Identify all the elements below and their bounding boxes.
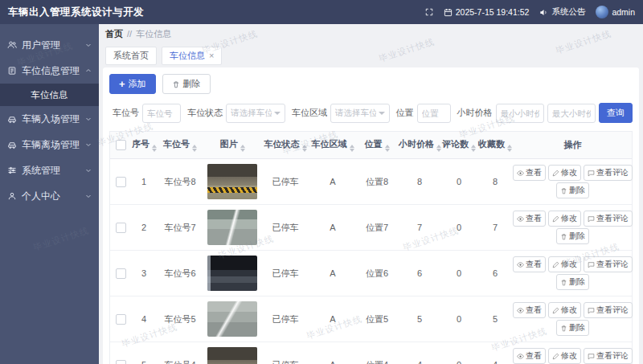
cell-price: 6	[398, 251, 441, 297]
delete-button[interactable]: 删除	[556, 228, 589, 244]
sort-icon[interactable]	[350, 145, 354, 152]
row-checkbox[interactable]	[116, 314, 126, 325]
sidebar-item-personal-center[interactable]: 个人中心	[0, 183, 99, 209]
photo-image	[207, 347, 257, 364]
cell-index: 1	[131, 159, 157, 205]
column-header-image[interactable]: 图片	[203, 132, 261, 159]
delete-selected-button[interactable]: 删除	[162, 74, 211, 94]
view-comments-button[interactable]: 查看评论	[584, 348, 633, 364]
view-button[interactable]: 查看	[513, 165, 546, 181]
column-header-comments[interactable]: 评论数	[441, 132, 477, 159]
car-icon	[7, 140, 17, 149]
fullscreen-icon[interactable]	[425, 8, 433, 16]
add-button[interactable]: + 添加	[109, 74, 156, 94]
status-select[interactable]: 请选择车位状态	[226, 104, 285, 123]
spot-photo[interactable]	[207, 301, 257, 337]
table-row: 3 车位号6 已停车 A 位置6 6 0 6 查看 修改	[110, 251, 632, 297]
delete-button[interactable]: 删除	[556, 274, 589, 290]
edit-button[interactable]: 修改	[548, 211, 581, 227]
view-button[interactable]: 查看	[513, 256, 546, 272]
edit-button[interactable]: 修改	[548, 348, 581, 364]
view-button[interactable]: 查看	[513, 302, 546, 318]
announcement-link[interactable]: 系统公告	[539, 6, 585, 18]
edit-button[interactable]: 修改	[548, 165, 581, 181]
breadcrumb-home[interactable]: 首页	[105, 28, 123, 40]
breadcrumb: 首页 // 车位信息	[99, 24, 643, 43]
user-menu[interactable]: admin	[596, 6, 635, 18]
column-header-price[interactable]: 小时价格	[398, 132, 441, 159]
region-select[interactable]: 请选择车位区域	[330, 104, 390, 123]
sort-icon[interactable]	[192, 145, 197, 152]
spot-photo[interactable]	[207, 164, 257, 199]
cell-favorites: 5	[477, 297, 514, 342]
view-button[interactable]: 查看	[513, 348, 546, 364]
sort-icon[interactable]	[507, 145, 512, 152]
view-comments-button[interactable]: 查看评论	[584, 256, 633, 272]
car-icon	[7, 114, 17, 124]
cell-region: A	[309, 205, 356, 251]
cell-price: 7	[398, 205, 441, 251]
sort-icon[interactable]	[436, 145, 441, 152]
sort-icon[interactable]	[385, 145, 390, 152]
edit-button[interactable]: 修改	[548, 302, 581, 318]
max-price-input[interactable]	[547, 104, 596, 123]
column-header-status[interactable]: 车位状态	[261, 132, 309, 159]
search-button[interactable]: 查询	[599, 103, 633, 123]
spot-photo[interactable]	[207, 256, 257, 291]
sort-icon[interactable]	[302, 145, 307, 152]
cell-price: 8	[398, 159, 441, 205]
breadcrumb-current: 车位信息	[136, 28, 171, 40]
chevron-down-icon	[85, 167, 92, 174]
view-button[interactable]: 查看	[513, 211, 546, 227]
filter-region-label: 车位区域	[292, 107, 327, 119]
sidebar-item-parking-info[interactable]: 车位信息	[0, 84, 99, 106]
select-all-checkbox[interactable]	[116, 140, 126, 150]
cell-comments: 0	[441, 251, 477, 297]
spot-number-input[interactable]	[142, 104, 181, 123]
cell-location: 位置6	[356, 251, 398, 297]
view-comments-button[interactable]: 查看评论	[584, 211, 633, 227]
sort-icon[interactable]	[471, 145, 476, 152]
row-checkbox[interactable]	[116, 360, 126, 364]
tab-system-home[interactable]: 系统首页	[105, 47, 157, 65]
cell-region: A	[309, 342, 356, 364]
column-header-location[interactable]: 位置	[356, 132, 398, 159]
edit-button[interactable]: 修改	[548, 256, 581, 272]
cell-number: 车位号6	[157, 251, 203, 297]
column-header-number[interactable]: 车位号	[157, 132, 203, 159]
delete-button[interactable]: 删除	[556, 182, 589, 198]
sidebar-item-system-management[interactable]: 系统管理	[0, 157, 99, 183]
cell-price: 5	[398, 297, 441, 342]
row-checkbox[interactable]	[116, 177, 126, 187]
tab-bar: 系统首页 车位信息 ×	[99, 43, 643, 67]
trash-icon	[172, 80, 180, 88]
sidebar-item-parking-info-management[interactable]: 车位信息管理	[0, 58, 99, 84]
row-checkbox[interactable]	[116, 223, 126, 233]
view-comments-button[interactable]: 查看评论	[584, 165, 633, 181]
cell-status: 已停车	[261, 342, 309, 364]
tab-parking-info[interactable]: 车位信息 ×	[162, 47, 222, 65]
close-icon[interactable]: ×	[209, 51, 214, 60]
photo-image	[207, 256, 257, 291]
column-header-region[interactable]: 车位区域	[309, 132, 356, 159]
view-comments-button[interactable]: 查看评论	[584, 302, 633, 318]
sidebar-item-vehicle-exit[interactable]: 车辆离场管理	[0, 132, 99, 157]
sort-icon[interactable]	[152, 145, 157, 152]
sort-icon[interactable]	[240, 145, 245, 152]
sidebar-item-user-management[interactable]: 用户管理	[0, 32, 99, 58]
row-checkbox[interactable]	[116, 268, 126, 279]
sidebar-item-vehicle-entry[interactable]: 车辆入场管理	[0, 106, 99, 132]
delete-button[interactable]: 删除	[556, 320, 589, 336]
spot-photo[interactable]	[207, 347, 257, 364]
column-header-favorites[interactable]: 收藏数	[477, 132, 514, 159]
breadcrumb-separator: //	[127, 29, 132, 39]
plus-icon: +	[119, 79, 125, 89]
chevron-down-icon	[274, 112, 281, 115]
column-header-index[interactable]: 序号	[131, 132, 157, 159]
location-input[interactable]	[417, 104, 451, 123]
cell-location: 位置7	[356, 205, 398, 251]
photo-image	[207, 164, 257, 199]
min-price-input[interactable]	[496, 104, 544, 123]
cell-index: 3	[131, 251, 157, 297]
spot-photo[interactable]	[207, 210, 257, 245]
